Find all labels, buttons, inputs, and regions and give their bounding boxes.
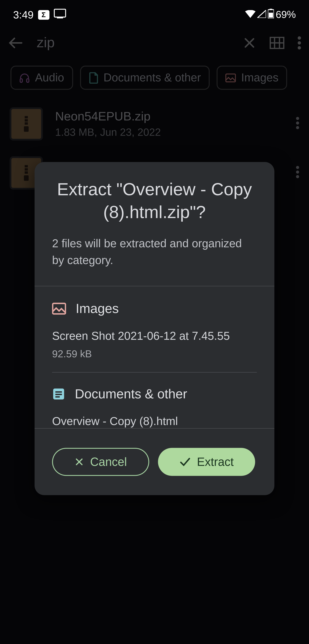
svg-rect-36 bbox=[55, 396, 60, 398]
svg-rect-35 bbox=[55, 394, 62, 395]
button-label: Extract bbox=[197, 455, 234, 469]
close-icon bbox=[74, 457, 84, 467]
dialog-actions: Cancel Extract bbox=[35, 429, 274, 495]
extract-dialog: Extract "Overview - Copy (8).html.zip"? … bbox=[35, 162, 274, 495]
section-label: Images bbox=[76, 302, 119, 316]
modal-overlay: Extract "Overview - Copy (8).html.zip"? … bbox=[0, 0, 309, 644]
section-item-name: Screen Shot 2021-06-12 at 7.45.55 bbox=[52, 329, 257, 343]
section-item-size: 92.59 kB bbox=[52, 348, 257, 360]
section-docs-header: Documents & other bbox=[52, 387, 257, 402]
document-icon bbox=[52, 388, 65, 401]
section-item-name: Overview - Copy (8).html bbox=[52, 415, 257, 428]
section-images-header: Images bbox=[52, 302, 257, 316]
dialog-body[interactable]: Images Screen Shot 2021-06-12 at 7.45.55… bbox=[35, 286, 274, 429]
dialog-subtitle: 2 files will be extracted and organized … bbox=[52, 236, 257, 268]
dialog-header: Extract "Overview - Copy (8).html.zip"? … bbox=[35, 162, 274, 286]
button-label: Cancel bbox=[90, 455, 127, 469]
section-label: Documents & other bbox=[75, 387, 187, 402]
image-icon bbox=[52, 303, 66, 315]
svg-rect-34 bbox=[55, 392, 62, 393]
dialog-title: Extract "Overview - Copy (8).html.zip"? bbox=[52, 178, 257, 223]
cancel-button[interactable]: Cancel bbox=[52, 448, 149, 476]
divider bbox=[52, 372, 257, 372]
check-icon bbox=[180, 457, 191, 467]
svg-rect-32 bbox=[53, 304, 66, 314]
extract-button[interactable]: Extract bbox=[158, 448, 255, 476]
phone-screen: 3:49 Σ 69% zip bbox=[0, 0, 309, 644]
